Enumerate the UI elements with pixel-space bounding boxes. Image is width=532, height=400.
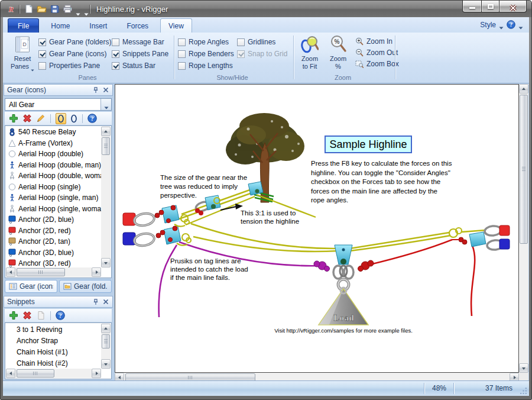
scroll-up-icon[interactable] xyxy=(522,86,525,90)
snippets-horizontal-scrollbar[interactable] xyxy=(6,369,101,378)
scrollbar-thumb[interactable] xyxy=(102,137,110,155)
scroll-right-icon[interactable] xyxy=(514,376,518,379)
scroll-down-icon[interactable] xyxy=(104,262,108,266)
canvas-vertical-scrollbar[interactable] xyxy=(519,84,528,373)
gear-vertical-scrollbar[interactable] xyxy=(101,127,111,267)
canvas-title-box[interactable]: Sample Highline xyxy=(325,136,412,153)
reset-panes-button[interactable]: D Reset Panes xyxy=(7,34,38,76)
add-snippet-icon[interactable] xyxy=(9,311,18,320)
load-assembly[interactable]: Load xyxy=(314,245,374,325)
gear-horizontal-scrollbar[interactable] xyxy=(6,267,101,277)
gear-list-item[interactable]: 540 Rescue Belay xyxy=(6,127,101,138)
zoom-percent-button[interactable]: % Zoom % xyxy=(325,34,352,76)
main-line[interactable] xyxy=(191,224,450,251)
scroll-left-icon[interactable] xyxy=(8,270,12,274)
left-anchor-rig[interactable] xyxy=(123,205,191,247)
snippets-vertical-scrollbar[interactable] xyxy=(101,324,111,369)
gear-list-item[interactable]: Anchor (2D, red) xyxy=(6,225,101,237)
zoom-out-button[interactable]: Zoom Out xyxy=(355,47,398,58)
checkbox-gear-pane-folders[interactable]: Gear Pane (folders) xyxy=(38,36,111,48)
drawing-canvas[interactable]: Load xyxy=(115,84,519,373)
tab-file[interactable]: File xyxy=(8,18,39,33)
help-icon[interactable]: ? xyxy=(56,311,65,320)
add-gear-icon[interactable] xyxy=(9,114,18,123)
close-pane-icon[interactable] xyxy=(102,86,109,93)
scroll-up-icon[interactable] xyxy=(104,128,108,133)
tag-line-right[interactable] xyxy=(368,240,475,316)
qat-dropdown-icon[interactable] xyxy=(84,8,89,11)
snippet-list-item[interactable]: 3 to 1 Reeving xyxy=(6,324,101,335)
scroll-right-icon[interactable] xyxy=(96,270,100,274)
close-button[interactable] xyxy=(499,1,527,12)
checkbox-rope-angles[interactable]: Rope Angles xyxy=(178,36,234,48)
help-dropdown-icon[interactable] xyxy=(518,23,523,26)
scrollbar-thumb[interactable] xyxy=(102,334,110,349)
delete-gear-icon[interactable] xyxy=(22,114,32,123)
pin-icon[interactable] xyxy=(92,298,99,305)
gear-list-item[interactable]: Anchor (2D, blue) xyxy=(6,214,101,225)
maximize-button[interactable] xyxy=(482,1,499,12)
snippet-list-item[interactable]: Chain Hoist (#1) xyxy=(6,346,101,357)
gear-list-item[interactable]: Anchor (2D, tan) xyxy=(6,236,101,247)
style-dropdown-icon[interactable] xyxy=(499,23,504,26)
open-folder-icon[interactable] xyxy=(37,4,47,14)
checkbox-message-bar[interactable]: Message Bar xyxy=(112,36,168,48)
zoom-in-button[interactable]: Zoom In xyxy=(355,36,392,47)
close-pane-icon[interactable] xyxy=(102,298,109,305)
zoom-to-fit-button[interactable]: Zoom to Fit xyxy=(296,34,323,76)
pin-icon[interactable] xyxy=(92,86,99,93)
scrollbar-thumb[interactable] xyxy=(17,369,54,378)
print-icon[interactable] xyxy=(63,4,73,14)
gear-list-item[interactable]: Aerial Hoop (single, woman) xyxy=(6,204,101,215)
resize-grip[interactable] xyxy=(520,387,527,395)
gear-list-item[interactable]: A-Frame (Vortex) xyxy=(6,138,101,149)
pane-tab-gear-fold[interactable]: Gear (fold... xyxy=(59,280,112,293)
note-tree-perspective[interactable]: The size of the gear near the tree was r… xyxy=(160,173,247,200)
new-snippet-icon[interactable] xyxy=(36,311,46,320)
note-tension-system[interactable]: This 3:1 is used to tension the highline xyxy=(241,209,299,225)
carabiner-filled-icon[interactable] xyxy=(56,113,66,124)
carabiner-outline-icon[interactable] xyxy=(70,114,77,124)
pane-tab-gear-icons[interactable]: Gear (icons) xyxy=(5,280,57,293)
scroll-left-icon[interactable] xyxy=(116,376,121,379)
delete-snippet-icon[interactable] xyxy=(22,311,32,320)
minimize-button[interactable] xyxy=(462,1,482,12)
print-dropdown-icon[interactable] xyxy=(76,8,80,11)
snippet-list-item[interactable]: Anchor Strap xyxy=(6,335,101,346)
save-icon[interactable] xyxy=(50,4,60,14)
gear-list-item[interactable]: Anchor (3D, blue) xyxy=(6,247,101,259)
checkbox-rope-benders[interactable]: Rope Benders xyxy=(178,48,234,60)
gear-list-item[interactable]: Anchor (3D, red) xyxy=(6,258,101,267)
note-prusik-taglines[interactable]: Prusiks on tag lines are intended to cat… xyxy=(170,257,248,282)
new-document-icon[interactable] xyxy=(24,4,34,14)
scroll-down-icon[interactable] xyxy=(104,363,108,367)
checkbox-gridlines[interactable]: Gridlines xyxy=(237,36,287,48)
help-icon[interactable]: ? xyxy=(507,20,515,29)
gear-list-item[interactable]: Aerial Hoop (single) xyxy=(6,182,101,193)
checkbox-status-bar[interactable]: Status Bar xyxy=(112,60,168,72)
scrollbar-thumb[interactable] xyxy=(520,95,528,244)
right-anchor-rig[interactable] xyxy=(449,225,510,251)
help-icon[interactable]: ? xyxy=(87,114,97,123)
tab-view[interactable]: View xyxy=(160,18,192,33)
scroll-right-icon[interactable] xyxy=(96,372,100,375)
scrollbar-thumb[interactable] xyxy=(17,268,65,276)
tab-insert[interactable]: Insert xyxy=(82,19,115,33)
scroll-up-icon[interactable] xyxy=(104,325,108,330)
edit-gear-icon[interactable] xyxy=(36,114,46,123)
snippet-list-item[interactable]: Chain Hoist (#2) xyxy=(6,357,101,369)
tab-home[interactable]: Home xyxy=(43,19,77,33)
gear-filter-select[interactable]: All Gear xyxy=(5,98,112,111)
tab-forces[interactable]: Forces xyxy=(119,19,156,33)
gear-list-item[interactable]: Aerial Hoop (double) xyxy=(6,149,101,160)
checkbox-properties-pane[interactable]: Properties Pane xyxy=(38,60,111,72)
scroll-left-icon[interactable] xyxy=(8,372,12,375)
checkbox-rope-lengths[interactable]: Rope Lengths xyxy=(178,60,234,72)
gear-list-item[interactable]: Aerial Hoop (single, man) xyxy=(6,192,101,204)
canvas-description[interactable]: Press the F8 key to calculate the forces… xyxy=(311,159,460,205)
combo-dropdown-button[interactable] xyxy=(100,99,111,110)
zoom-box-button[interactable]: Zoom Box xyxy=(355,59,399,69)
gear-list-item[interactable]: Aerial Hoop (double, man) xyxy=(6,160,101,171)
checkbox-gear-pane-icons[interactable]: Gear Pane (icons) xyxy=(38,48,111,60)
style-menu[interactable]: Style xyxy=(480,21,496,29)
